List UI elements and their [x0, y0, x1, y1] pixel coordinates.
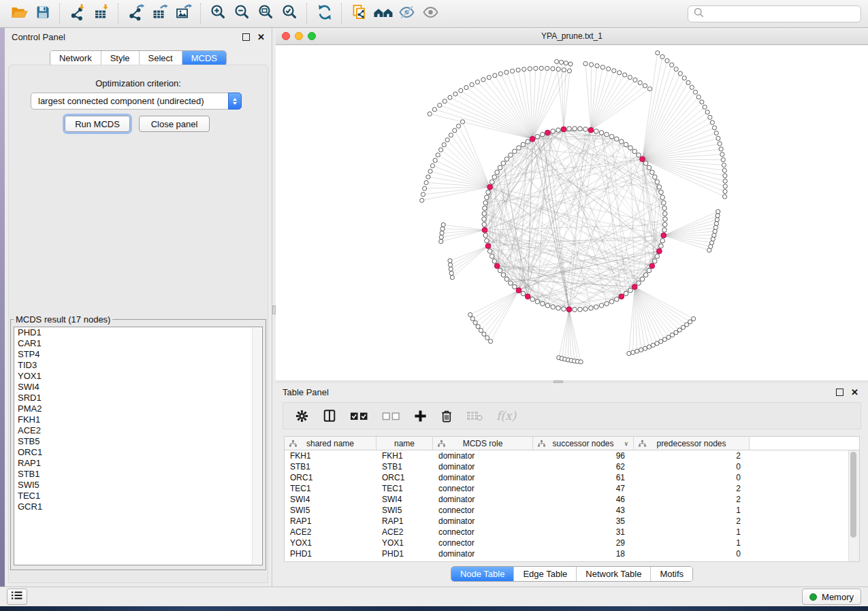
- window-minimize-button[interactable]: [295, 32, 303, 40]
- status-menu-button[interactable]: [7, 589, 27, 605]
- node-table-row[interactable]: SWI4SWI4dominator462: [285, 494, 859, 505]
- add-column-icon[interactable]: [414, 410, 427, 423]
- tab-style[interactable]: Style: [101, 51, 139, 65]
- close-panel-icon[interactable]: ✕: [851, 388, 858, 397]
- select-all-checkboxes-icon[interactable]: [350, 411, 368, 421]
- cell-name[interactable]: YOX1: [376, 538, 433, 548]
- cell-predecessor-nodes[interactable]: 2: [634, 451, 750, 461]
- mcds-result-item[interactable]: SWI4: [14, 382, 262, 393]
- export-network-button[interactable]: [124, 2, 148, 25]
- cell-shared-name[interactable]: STB1: [285, 462, 376, 472]
- tab-select[interactable]: Select: [139, 51, 182, 65]
- settings-gear-icon[interactable]: [295, 409, 309, 423]
- save-session-button[interactable]: [31, 2, 54, 25]
- cell-shared-name[interactable]: PHD1: [285, 549, 376, 559]
- cell-shared-name[interactable]: FKH1: [285, 451, 376, 461]
- cell-shared-name[interactable]: RAP1: [285, 516, 376, 526]
- cell-successor-nodes[interactable]: 18: [533, 549, 634, 559]
- float-panel-icon[interactable]: [836, 389, 843, 396]
- cell-predecessor-nodes[interactable]: 0: [634, 549, 750, 559]
- mcds-result-item[interactable]: FKH1: [14, 414, 262, 425]
- node-table-row[interactable]: FKH1FKH1dominator962: [285, 450, 859, 461]
- window-zoom-button[interactable]: [308, 32, 316, 40]
- cell-name[interactable]: RAP1: [376, 516, 433, 526]
- scrollbar-thumb[interactable]: [850, 452, 856, 538]
- node-table-row[interactable]: STB1STB1dominator620: [285, 461, 859, 472]
- node-table-row[interactable]: RAP1RAP1dominator352: [285, 516, 859, 527]
- node-table-row[interactable]: PHD1PHD1dominator180: [285, 548, 859, 559]
- cell-shared-name[interactable]: YOX1: [285, 538, 376, 548]
- search-input[interactable]: [708, 8, 855, 20]
- delete-table-icon[interactable]: [466, 410, 483, 421]
- zoom-in-button[interactable]: [206, 2, 230, 25]
- tab-motifs[interactable]: Motifs: [650, 567, 692, 581]
- cell-predecessor-nodes[interactable]: 2: [634, 484, 750, 493]
- mcds-result-item[interactable]: ORC1: [14, 447, 262, 458]
- cell-MCDS-role[interactable]: dominator: [433, 495, 533, 504]
- search-box[interactable]: [688, 5, 861, 22]
- mcds-result-item[interactable]: PHD1: [14, 327, 262, 338]
- node-table-row[interactable]: SWI5SWI5connector431: [285, 505, 859, 516]
- run-mcds-button[interactable]: Run MCDS: [65, 116, 130, 132]
- cell-successor-nodes[interactable]: 61: [533, 473, 634, 482]
- export-table-button[interactable]: [148, 2, 172, 25]
- cell-MCDS-role[interactable]: dominator: [433, 516, 533, 526]
- mcds-result-item[interactable]: PMA2: [14, 403, 262, 414]
- duplicate-network-button[interactable]: [347, 2, 371, 25]
- mcds-result-item[interactable]: TEC1: [14, 491, 262, 501]
- cell-successor-nodes[interactable]: 46: [533, 495, 634, 504]
- mcds-result-item[interactable]: STB5: [14, 436, 262, 447]
- mcds-result-item[interactable]: RAP1: [14, 458, 262, 469]
- mcds-result-item[interactable]: TID3: [14, 360, 262, 371]
- cell-name[interactable]: ACE2: [376, 527, 433, 537]
- mcds-result-item[interactable]: SRD1: [14, 393, 262, 403]
- export-image-button[interactable]: [172, 2, 195, 25]
- float-panel-icon[interactable]: [242, 33, 250, 41]
- refresh-button[interactable]: [312, 2, 336, 25]
- cell-shared-name[interactable]: ORC1: [285, 473, 376, 482]
- optimization-criterion-dropdown[interactable]: largest connected component (undirected): [31, 93, 242, 110]
- delete-column-icon[interactable]: [440, 409, 453, 423]
- tab-node-table[interactable]: Node Table: [451, 567, 514, 581]
- cell-predecessor-nodes[interactable]: 1: [634, 506, 750, 515]
- cell-shared-name[interactable]: SWI4: [285, 495, 376, 504]
- cell-name[interactable]: TEC1: [376, 484, 433, 493]
- memory-button[interactable]: Memory: [802, 589, 861, 605]
- mcds-result-item[interactable]: STB1: [14, 469, 262, 480]
- mcds-list-scrollbar[interactable]: [252, 328, 261, 564]
- mcds-result-item[interactable]: YOX1: [14, 371, 262, 382]
- window-close-button[interactable]: [282, 32, 290, 40]
- zoom-selected-button[interactable]: [278, 2, 302, 25]
- import-network-button[interactable]: [65, 2, 89, 25]
- mcds-result-item[interactable]: ACE2: [14, 425, 262, 436]
- column-header-predecessor-nodes[interactable]: predecessor nodes: [634, 437, 750, 450]
- mcds-result-item[interactable]: GCR1: [14, 501, 262, 512]
- cell-MCDS-role[interactable]: dominator: [433, 451, 533, 461]
- function-builder-icon[interactable]: f(x): [496, 409, 516, 423]
- zoom-out-button[interactable]: [230, 2, 254, 25]
- zoom-fit-button[interactable]: [254, 2, 278, 25]
- cell-name[interactable]: STB1: [376, 462, 433, 472]
- cell-name[interactable]: PHD1: [376, 549, 433, 559]
- split-panel-icon[interactable]: [323, 409, 336, 423]
- node-table-row[interactable]: TEC1TEC1connector472: [285, 483, 859, 494]
- open-session-button[interactable]: [7, 2, 31, 25]
- column-header-shared-name[interactable]: shared name: [285, 437, 376, 450]
- cell-MCDS-role[interactable]: connector: [433, 506, 533, 515]
- cell-predecessor-nodes[interactable]: 0: [634, 462, 750, 472]
- cell-shared-name[interactable]: ACE2: [285, 527, 376, 537]
- cell-MCDS-role[interactable]: dominator: [433, 462, 533, 472]
- tab-mcds[interactable]: MCDS: [182, 51, 226, 65]
- cell-predecessor-nodes[interactable]: 1: [634, 527, 750, 537]
- table-scrollbar[interactable]: [848, 450, 859, 561]
- cell-predecessor-nodes[interactable]: 2: [634, 495, 750, 504]
- close-panel-button[interactable]: Close panel: [139, 116, 210, 132]
- node-table-row[interactable]: ORC1ORC1dominator610: [285, 472, 859, 483]
- node-table-row[interactable]: YOX1YOX1connector291: [285, 538, 859, 548]
- cell-predecessor-nodes[interactable]: 1: [634, 538, 750, 548]
- cell-name[interactable]: SWI5: [376, 506, 433, 515]
- cell-MCDS-role[interactable]: connector: [433, 484, 533, 493]
- tab-edge-table[interactable]: Edge Table: [513, 567, 576, 581]
- cell-name[interactable]: ORC1: [376, 473, 433, 482]
- show-all-button[interactable]: [419, 2, 443, 25]
